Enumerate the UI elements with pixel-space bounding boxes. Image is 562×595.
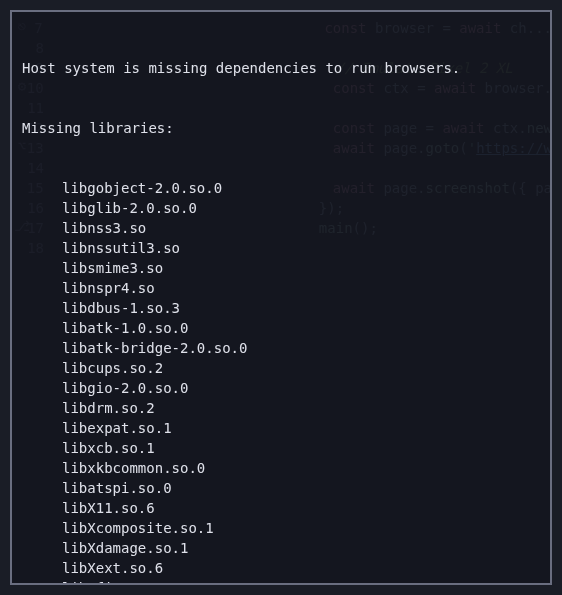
missing-library-item: libnssutil3.so (22, 238, 540, 258)
terminal-header-line-1: Host system is missing dependencies to r… (22, 58, 540, 78)
missing-library-item: libdrm.so.2 (22, 398, 540, 418)
missing-library-item: libgobject-2.0.so.0 (22, 178, 540, 198)
missing-library-item: libxcb.so.1 (22, 438, 540, 458)
missing-library-item: libnspr4.so (22, 278, 540, 298)
missing-library-item: libXcomposite.so.1 (22, 518, 540, 538)
missing-library-item: libnss3.so (22, 218, 540, 238)
terminal-header-line-2: Missing libraries: (22, 118, 540, 138)
missing-library-item: libcups.so.2 (22, 358, 540, 378)
terminal-error-overlay: Host system is missing dependencies to r… (10, 10, 552, 585)
missing-library-item: libdbus-1.so.3 (22, 298, 540, 318)
missing-library-item: libgio-2.0.so.0 (22, 378, 540, 398)
missing-library-item: libatspi.so.0 (22, 478, 540, 498)
missing-library-item: libxkbcommon.so.0 (22, 458, 540, 478)
missing-library-item: libglib-2.0.so.0 (22, 198, 540, 218)
missing-library-item: libatk-bridge-2.0.so.0 (22, 338, 540, 358)
missing-library-item: libXfixes.so.3 (22, 578, 540, 585)
missing-libraries-list: libgobject-2.0.so.0libglib-2.0.so.0libns… (22, 178, 540, 585)
missing-library-item: libXdamage.so.1 (22, 538, 540, 558)
missing-library-item: libsmime3.so (22, 258, 540, 278)
missing-library-item: libXext.so.6 (22, 558, 540, 578)
missing-library-item: libatk-1.0.so.0 (22, 318, 540, 338)
missing-library-item: libX11.so.6 (22, 498, 540, 518)
missing-library-item: libexpat.so.1 (22, 418, 540, 438)
